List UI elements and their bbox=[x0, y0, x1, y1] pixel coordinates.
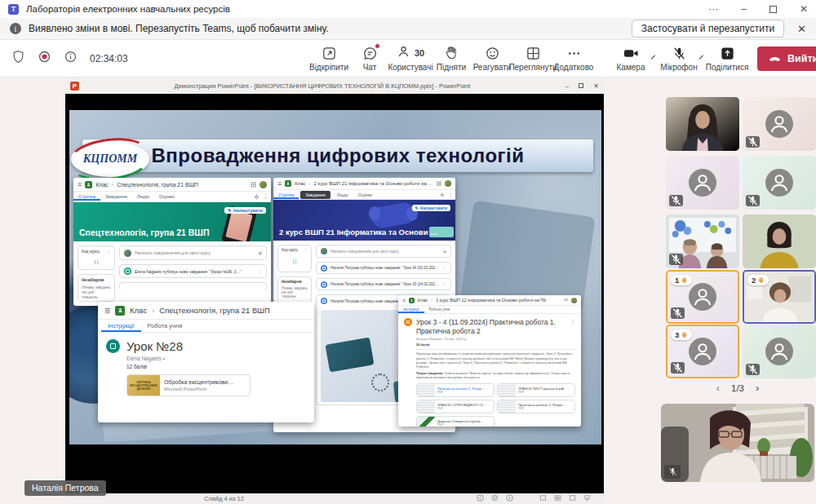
apply-restart-button[interactable]: Застосувати й перезапустити bbox=[632, 20, 784, 38]
unpin-icon bbox=[322, 45, 337, 61]
attachment-card: Практична робота 2. Розро…PDF bbox=[497, 400, 575, 413]
classroom-icon bbox=[115, 306, 125, 316]
mic-options-chevron-icon[interactable] bbox=[699, 55, 703, 59]
feed-item: Elena Nagaets публікує нове завдання: "У… bbox=[119, 264, 267, 278]
participant-video-tile-hand-raised[interactable]: 2 bbox=[743, 270, 816, 324]
window-menu-icon[interactable]: ··· bbox=[708, 4, 718, 14]
minimize-icon[interactable]: – bbox=[741, 4, 747, 14]
tab-grades: Оцінки bbox=[353, 191, 377, 199]
breadcrumb: Клас bbox=[130, 306, 147, 315]
leave-button[interactable]: Вийти bbox=[757, 46, 816, 71]
camera-options-chevron-icon[interactable] bbox=[651, 55, 655, 59]
tab-stream: Стрічка bbox=[273, 191, 299, 199]
settings-gear-icon bbox=[254, 194, 259, 200]
attachment-thumbnail bbox=[498, 384, 516, 396]
feed-item: Наталія Петрова публікує нове завдання: … bbox=[316, 262, 451, 274]
powerpoint-icon: P bbox=[70, 82, 79, 91]
chat-unread-badge bbox=[375, 43, 380, 49]
view-button[interactable]: Переглянути bbox=[512, 43, 553, 73]
raised-hand-icon bbox=[681, 276, 688, 284]
participant-video-tile[interactable] bbox=[666, 97, 739, 151]
hangup-icon bbox=[768, 52, 782, 64]
smiley-icon bbox=[485, 45, 500, 61]
attachment-card: ЗРАЗОК СУПРОВІДНОГО Л…PDF bbox=[416, 400, 494, 413]
tab-grades: Оцінки bbox=[154, 192, 180, 201]
customize-button: ✎ Налаштувати bbox=[412, 205, 450, 211]
share-button[interactable]: Поділитися bbox=[707, 43, 747, 73]
mic-muted-icon bbox=[664, 465, 681, 479]
account-avatar bbox=[259, 181, 267, 188]
apps-grid-icon bbox=[437, 181, 441, 186]
more-button[interactable]: Додатково bbox=[553, 43, 594, 73]
course-banner-title: 2 курс ВШП 21 Інформатика та Основи робо… bbox=[279, 228, 442, 237]
slide: Впровадження цифрових технологій КЦПОММ … bbox=[69, 110, 601, 444]
ppt-minimize-icon: – bbox=[565, 82, 569, 90]
react-button[interactable]: Реагувати bbox=[472, 43, 512, 73]
menu-icon: ≡ bbox=[104, 305, 110, 316]
assignment-author: Elena Nagaets • bbox=[126, 356, 306, 361]
participant-video-tile-large[interactable] bbox=[661, 404, 814, 482]
kebab-icon: ⋮ bbox=[263, 193, 268, 200]
participant-avatar-tile[interactable] bbox=[666, 156, 739, 210]
class-code-card: Код курсу⋮ [ ] bbox=[277, 245, 312, 272]
assignment-title: Урок №28 bbox=[126, 339, 306, 353]
assignment-body: Пропоную вам ознайомитись з теоретичними… bbox=[416, 352, 575, 369]
info-icon: i bbox=[10, 23, 21, 34]
breadcrumb-separator: › bbox=[431, 298, 432, 303]
annotate-pen-icon bbox=[491, 494, 499, 502]
apps-grid-icon bbox=[251, 182, 256, 188]
notification-banner: i Виявлено зміни в мові. Перезапустіть T… bbox=[0, 18, 816, 40]
meeting-info-icon[interactable] bbox=[64, 50, 78, 67]
prev-slide-icon bbox=[477, 494, 484, 502]
chat-icon bbox=[362, 45, 378, 61]
participants-button[interactable]: 30 Користувачі bbox=[390, 43, 431, 73]
attachment-type: Microsoft PowerPoint bbox=[164, 387, 233, 391]
participant-avatar-tile[interactable] bbox=[743, 97, 816, 151]
slide-counter: Слайд 4 из 12 bbox=[204, 495, 244, 502]
participant-video-tile[interactable] bbox=[666, 214, 739, 268]
camera-button[interactable]: Камера bbox=[610, 43, 651, 73]
course-banner: ✎ Налаштувати 2 курс ВШП 21 Інформатика … bbox=[273, 200, 455, 241]
kebab-icon: ⋮ bbox=[448, 192, 453, 197]
participant-avatar-tile-hand-raised[interactable]: 1 bbox=[666, 270, 739, 324]
assignment-icon bbox=[106, 339, 120, 353]
participant-avatar-tile-hand-raised[interactable]: 3 bbox=[666, 325, 739, 378]
attachment-card: ЗРАЗОК ЛИСТ прохання.pdfPDF bbox=[497, 383, 575, 397]
slideshow-view-icon bbox=[583, 494, 591, 502]
notification-text: Виявлено зміни в мові. Перезапустіть Tea… bbox=[29, 23, 329, 34]
pager-prev-icon[interactable]: ‹ bbox=[716, 382, 720, 394]
announce-box: Напишіть повідомлення для свого курсу ⇄ bbox=[316, 245, 451, 258]
participant-avatar-tile[interactable] bbox=[743, 156, 816, 210]
ppt-slideshow-stage: Впровадження цифрових технологій КЦПОММ … bbox=[65, 94, 604, 493]
breadcrumb: Клас bbox=[95, 182, 109, 188]
slide-title: Впровадження цифрових технологій bbox=[152, 144, 525, 167]
close-icon[interactable]: ✕ bbox=[800, 4, 808, 14]
notification-close-icon[interactable]: ✕ bbox=[797, 23, 806, 35]
raise-hand-button[interactable]: Підняти bbox=[431, 43, 472, 73]
breadcrumb-separator: › bbox=[112, 182, 113, 188]
attachment-thumbnail bbox=[417, 384, 435, 396]
raised-hand-badge: 3 bbox=[671, 329, 692, 340]
breadcrumb-separator: › bbox=[309, 181, 311, 186]
tab-student-work: Робота учня bbox=[424, 306, 455, 313]
ppt-maximize-icon bbox=[579, 83, 583, 88]
pager-next-icon[interactable]: › bbox=[756, 382, 759, 394]
avatar-placeholder-icon bbox=[689, 169, 716, 197]
view-grid-icon bbox=[526, 45, 541, 61]
classroom-window-3: ≡ Клас › Спецтехнологія, група 21 ВШП Ін… bbox=[98, 302, 314, 422]
breadcrumb-course: Спецтехнологія, група 21 ВШП bbox=[159, 306, 270, 315]
chat-button[interactable]: Чат bbox=[349, 43, 390, 73]
menu-icon: ≡ bbox=[402, 298, 406, 303]
shared-screen[interactable]: P Демонстрация PowerPoint - [ВИКОРИСТАНН… bbox=[65, 77, 604, 504]
mic-button[interactable]: Мікрофон bbox=[659, 43, 699, 73]
breadcrumb-course: 2 курс ВШП 21 Інформатика та Основи робо… bbox=[314, 181, 433, 186]
participant-video-tile[interactable] bbox=[743, 214, 816, 268]
participant-avatar-tile[interactable] bbox=[743, 325, 816, 378]
attachment-thumbnail bbox=[417, 400, 435, 413]
announce-box: Напишіть повідомлення для свого курсу ⇄ bbox=[119, 245, 267, 260]
reading-view-icon bbox=[569, 494, 576, 502]
unpin-button[interactable]: Відкріпити bbox=[308, 43, 349, 73]
attachment-thumbnail bbox=[417, 417, 435, 427]
maximize-icon[interactable] bbox=[769, 6, 777, 13]
normal-view-icon bbox=[539, 494, 547, 502]
